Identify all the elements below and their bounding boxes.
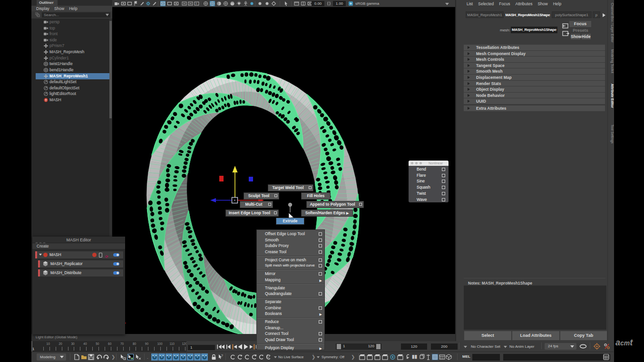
- svg-text:?: ?: [221, 354, 223, 357]
